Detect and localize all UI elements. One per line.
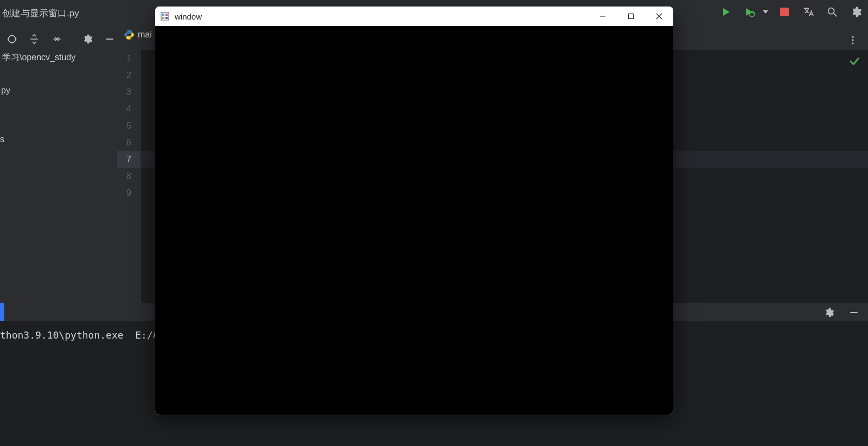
- svg-point-5: [8, 35, 15, 42]
- svg-marker-0: [723, 8, 730, 16]
- stop-icon: [780, 8, 789, 16]
- line-number: 8: [117, 168, 141, 184]
- search-icon[interactable]: [825, 4, 840, 20]
- top-right-actions: [718, 4, 864, 20]
- run-icon[interactable]: [718, 4, 733, 20]
- editor-tab[interactable]: mai: [124, 29, 152, 40]
- window-titlebar[interactable]: window: [155, 7, 673, 26]
- svg-point-3: [828, 8, 834, 14]
- project-file-item[interactable]: py: [0, 86, 10, 95]
- line-number: 3: [117, 84, 141, 100]
- expand-all-icon[interactable]: [27, 31, 42, 47]
- sidebar-hide-icon[interactable]: [102, 31, 117, 47]
- project-path[interactable]: 学习\opencv_study: [0, 52, 75, 63]
- collapse-all-icon[interactable]: [49, 31, 65, 47]
- run-panel-actions: [821, 305, 861, 320]
- open-file-name: 创建与显示窗口.py: [0, 7, 79, 20]
- line-number: 2: [117, 67, 141, 84]
- svg-point-15: [852, 42, 853, 44]
- svg-rect-19: [165, 14, 168, 16]
- project-folder-item[interactable]: s: [0, 135, 4, 144]
- run-settings-icon[interactable]: [821, 305, 837, 320]
- editor-more-icon[interactable]: [845, 33, 860, 48]
- svg-rect-20: [162, 17, 164, 19]
- opencv-window: window: [155, 7, 673, 415]
- run-dropdown-caret[interactable]: [763, 10, 768, 14]
- stop-button[interactable]: [777, 4, 792, 20]
- line-number: 9: [117, 184, 141, 201]
- line-number: 5: [117, 117, 141, 134]
- svg-point-14: [852, 39, 853, 41]
- sidebar-settings-icon[interactable]: [80, 31, 95, 47]
- inspection-ok-icon[interactable]: [848, 55, 860, 71]
- opencv-canvas[interactable]: [155, 26, 673, 415]
- editor-tab-label: mai: [138, 30, 152, 40]
- python-file-icon: [124, 29, 135, 40]
- settings-gear-icon[interactable]: [848, 4, 864, 20]
- sidebar-toolbar: [0, 28, 117, 50]
- close-button[interactable]: [645, 7, 673, 26]
- app-icon: [161, 12, 169, 21]
- line-number: 1: [117, 50, 141, 67]
- target-icon[interactable]: [4, 31, 20, 47]
- line-number: 4: [117, 100, 141, 117]
- run-tab-active-indicator: [0, 303, 4, 321]
- run-debug-icon[interactable]: [742, 4, 757, 20]
- window-controls: [589, 7, 673, 26]
- svg-line-4: [834, 14, 837, 17]
- minimize-button[interactable]: [589, 7, 617, 26]
- window-title: window: [175, 12, 202, 21]
- svg-rect-23: [629, 14, 634, 19]
- svg-rect-18: [162, 14, 164, 16]
- translate-icon[interactable]: [801, 4, 816, 20]
- line-number-current: 7: [117, 151, 141, 168]
- line-number: 6: [117, 134, 141, 151]
- editor-gutter: 1 2 3 4 5 6 7 8 9: [117, 50, 141, 303]
- run-hide-icon[interactable]: [846, 305, 861, 320]
- svg-point-13: [852, 36, 853, 38]
- maximize-button[interactable]: [617, 7, 645, 26]
- svg-rect-21: [165, 17, 168, 19]
